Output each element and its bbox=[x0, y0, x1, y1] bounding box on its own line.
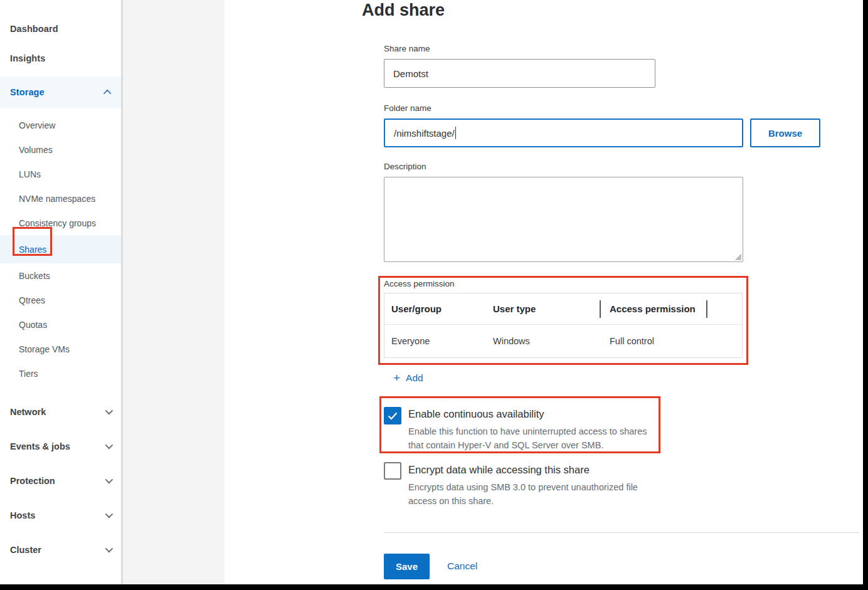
sidebar-item-storage-vms[interactable]: Storage VMs bbox=[0, 337, 121, 361]
sidebar-item-tiers[interactable]: Tiers bbox=[0, 361, 121, 386]
share-name-input[interactable]: Demotst bbox=[384, 59, 655, 88]
sidebar-item-label: Buckets bbox=[19, 271, 50, 281]
description-textarea[interactable] bbox=[384, 177, 743, 262]
column-resize-handle[interactable] bbox=[706, 300, 707, 318]
column-resize-handle[interactable] bbox=[600, 300, 601, 318]
sidebar-item-label: Network bbox=[10, 407, 46, 417]
sidebar-item-protection[interactable]: Protection bbox=[0, 463, 121, 498]
screenshot-edge bbox=[863, 0, 868, 590]
share-name-value: Demotst bbox=[393, 68, 428, 79]
cell-access-permission: Full control bbox=[601, 336, 711, 346]
sidebar-item-label: LUNs bbox=[19, 169, 41, 179]
sidebar-item-shares[interactable]: Shares bbox=[0, 235, 121, 263]
sidebar-item-label: Overview bbox=[19, 120, 55, 130]
chevron-down-icon bbox=[105, 510, 114, 519]
sidebar-item-label: NVMe namespaces bbox=[19, 194, 95, 204]
sidebar-item-label: Storage VMs bbox=[19, 344, 70, 354]
browse-button[interactable]: Browse bbox=[750, 119, 820, 147]
add-permission-button[interactable]: + Add bbox=[393, 372, 423, 384]
sidebar-item-cluster[interactable]: Cluster bbox=[0, 532, 121, 567]
cell-user-type: Windows bbox=[493, 336, 601, 346]
description-label: Description bbox=[384, 162, 426, 171]
sidebar-item-dashboard[interactable]: Dashboard bbox=[0, 14, 121, 43]
sidebar-item-insights[interactable]: Insights bbox=[0, 43, 121, 73]
sidebar-nav: Dashboard Insights Storage Overview Volu… bbox=[0, 0, 121, 590]
sidebar-item-consistency-groups[interactable]: Consistency groups bbox=[0, 211, 121, 235]
sidebar-item-label: Consistency groups bbox=[19, 218, 96, 228]
sidebar-item-volumes[interactable]: Volumes bbox=[0, 137, 121, 162]
share-name-label: Share name bbox=[384, 44, 430, 53]
background-panel bbox=[123, 0, 225, 590]
sidebar-item-label: Cluster bbox=[10, 545, 41, 555]
browse-button-label: Browse bbox=[768, 128, 802, 139]
chevron-down-icon bbox=[105, 545, 114, 553]
folder-name-input[interactable]: /nimshiftstage/ bbox=[384, 119, 743, 147]
sidebar-item-label: Hosts bbox=[10, 510, 35, 520]
encrypt-data-checkbox[interactable] bbox=[384, 462, 401, 480]
column-header-user-group[interactable]: User/group bbox=[384, 303, 493, 314]
check-icon bbox=[388, 412, 398, 420]
continuous-availability-label[interactable]: Enable continuous availability bbox=[408, 408, 544, 420]
access-permission-label: Access permission bbox=[384, 279, 455, 288]
add-label: Add bbox=[406, 372, 423, 384]
resize-grip-icon[interactable] bbox=[733, 252, 741, 260]
continuous-availability-checkbox[interactable] bbox=[384, 407, 401, 424]
cell-user-group: Everyone bbox=[384, 336, 493, 346]
sidebar-item-quotas[interactable]: Quotas bbox=[0, 312, 121, 337]
sidebar-item-storage[interactable]: Storage bbox=[0, 76, 121, 108]
page-title: Add share bbox=[362, 0, 445, 20]
sidebar-item-overview[interactable]: Overview bbox=[0, 113, 121, 137]
sidebar-item-luns[interactable]: LUNs bbox=[0, 162, 121, 186]
chevron-down-icon bbox=[105, 441, 114, 450]
sidebar-item-label: Shares bbox=[19, 245, 46, 255]
sidebar-item-nvme-namespaces[interactable]: NVMe namespaces bbox=[0, 186, 121, 211]
sidebar-item-label: Qtrees bbox=[19, 295, 45, 305]
sidebar-item-label: Insights bbox=[10, 53, 45, 63]
sidebar-item-label: Quotas bbox=[19, 320, 47, 330]
screenshot-edge bbox=[0, 584, 868, 590]
encrypt-data-description: Encrypts data using SMB 3.0 to prevent u… bbox=[408, 480, 653, 508]
footer-divider bbox=[384, 532, 859, 533]
cancel-button[interactable]: Cancel bbox=[447, 561, 477, 572]
sidebar-item-label: Protection bbox=[10, 476, 55, 486]
sidebar-item-events-jobs[interactable]: Events & jobs bbox=[0, 429, 121, 463]
sidebar-item-buckets[interactable]: Buckets bbox=[0, 263, 121, 288]
continuous-availability-description: Enable this function to have uninterrupt… bbox=[408, 424, 664, 452]
add-share-page: Dashboard Insights Storage Overview Volu… bbox=[0, 0, 868, 590]
sidebar-item-qtrees[interactable]: Qtrees bbox=[0, 288, 121, 312]
access-permission-table: User/group User type Access permission E… bbox=[384, 293, 743, 358]
add-share-panel: Add share Share name Demotst Folder name… bbox=[225, 0, 863, 584]
column-header-user-type[interactable]: User type bbox=[493, 303, 601, 314]
column-header-access-permission[interactable]: Access permission bbox=[601, 303, 711, 314]
sidebar-item-label: Storage bbox=[10, 87, 45, 97]
chevron-down-icon bbox=[105, 407, 114, 415]
sidebar-item-hosts[interactable]: Hosts bbox=[0, 498, 121, 532]
table-header-row: User/group User type Access permission bbox=[384, 293, 742, 325]
sidebar-item-label: Volumes bbox=[19, 145, 53, 155]
chevron-down-icon bbox=[105, 476, 114, 484]
folder-name-label: Folder name bbox=[384, 103, 431, 113]
sidebar-item-network[interactable]: Network bbox=[0, 394, 121, 429]
folder-name-value: /nimshiftstage/ bbox=[394, 128, 455, 139]
sidebar-item-label: Events & jobs bbox=[10, 441, 70, 451]
encrypt-data-label[interactable]: Encrypt data while accessing this share bbox=[408, 464, 590, 476]
chevron-up-icon bbox=[103, 89, 112, 97]
sidebar-item-label: Tiers bbox=[19, 369, 38, 379]
save-button[interactable]: Save bbox=[384, 554, 430, 579]
table-row[interactable]: Everyone Windows Full control bbox=[384, 325, 742, 357]
save-button-label: Save bbox=[396, 561, 418, 572]
plus-icon: + bbox=[393, 373, 400, 383]
sidebar-item-label: Dashboard bbox=[10, 24, 58, 34]
text-cursor bbox=[455, 127, 457, 139]
